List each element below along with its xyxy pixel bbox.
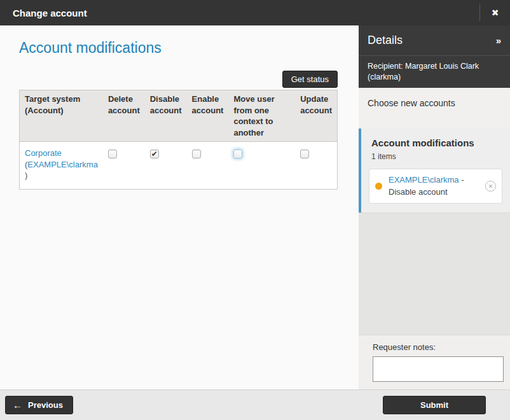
target-system-link[interactable]: Corporate	[25, 148, 62, 158]
modification-item-text: EXAMPLE\clarkma - Disable account	[389, 174, 481, 199]
enable-account-checkbox[interactable]	[192, 150, 201, 158]
dialog-titlebar: Change account ✖	[0, 0, 510, 25]
previous-button[interactable]: ← Previous	[5, 396, 73, 414]
main-footer: ← Previous	[0, 389, 359, 420]
items-count: 1 items	[371, 152, 502, 161]
account-modifications-table: Target system (Account) Delete account D…	[19, 90, 338, 190]
column-header-delete-account: Delete account	[103, 90, 145, 142]
account-detail-suffix: )	[25, 171, 27, 180]
panel-title: Account modifications	[371, 137, 502, 148]
table-row: Corporate (EXAMPLE\clarkma )	[20, 142, 338, 190]
column-header-target-system: Target system (Account)	[20, 90, 103, 142]
disable-account-checkbox[interactable]	[150, 150, 159, 158]
remove-item-icon[interactable]: ✕	[485, 181, 496, 192]
dialog-body: Account modifications Get status Target …	[0, 25, 510, 420]
choose-new-accounts-section: Choose new accounts	[359, 88, 510, 129]
main-column: Account modifications Get status Target …	[0, 25, 359, 420]
column-header-enable-account: Enable account	[187, 90, 229, 142]
account-modifications-panel: Account modifications 1 items EXAMPLE\cl…	[359, 129, 510, 213]
recipient-info: Recipient: Margaret Louis Clark (clarkma…	[359, 56, 510, 88]
sidebar-spacer	[359, 213, 510, 335]
close-icon[interactable]: ✖	[479, 4, 510, 21]
details-title: Details	[368, 34, 403, 47]
disable-account-cell	[145, 142, 187, 190]
modification-item-link[interactable]: EXAMPLE\clarkma	[389, 175, 459, 185]
requester-notes-section: Requester notes:	[359, 335, 510, 389]
change-account-dialog: Change account ✖ Account modifications G…	[0, 0, 510, 420]
table-header-row: Target system (Account) Delete account D…	[20, 90, 338, 142]
requester-notes-label: Requester notes:	[373, 342, 502, 352]
table-header: Target system (Account) Delete account D…	[20, 90, 338, 142]
main-content: Account modifications Get status Target …	[0, 25, 359, 389]
get-status-row: Get status	[19, 71, 338, 88]
sidebar-footer: Submit	[359, 389, 510, 420]
status-dot-icon	[375, 183, 382, 190]
previous-button-label: Previous	[28, 400, 63, 410]
move-user-cell	[228, 142, 295, 190]
account-detail-link[interactable]: EXAMPLE\clarkma	[27, 160, 98, 169]
column-header-move-user: Move user from one context to another	[228, 90, 295, 142]
column-header-disable-account: Disable account	[145, 90, 187, 142]
update-account-checkbox[interactable]	[300, 150, 309, 158]
details-sidebar: Details » Recipient: Margaret Louis Clar…	[359, 25, 510, 420]
delete-account-cell	[103, 142, 145, 190]
update-account-cell	[295, 142, 337, 190]
dialog-title: Change account	[13, 8, 479, 18]
enable-account-cell	[187, 142, 229, 190]
column-header-update-account: Update account	[295, 90, 337, 142]
page-title: Account modifications	[19, 39, 338, 57]
left-arrow-icon: ←	[13, 400, 22, 410]
get-status-button[interactable]: Get status	[282, 71, 338, 88]
submit-button[interactable]: Submit	[383, 396, 486, 414]
move-user-checkbox[interactable]	[233, 150, 242, 158]
details-header: Details »	[359, 25, 510, 56]
modification-item-card: EXAMPLE\clarkma - Disable account ✕	[369, 169, 502, 204]
target-system-cell: Corporate (EXAMPLE\clarkma )	[20, 142, 103, 190]
requester-notes-input[interactable]	[373, 356, 504, 382]
choose-new-accounts-label: Choose new accounts	[368, 98, 455, 108]
delete-account-checkbox[interactable]	[108, 150, 117, 158]
collapse-sidebar-icon[interactable]: »	[496, 35, 501, 46]
